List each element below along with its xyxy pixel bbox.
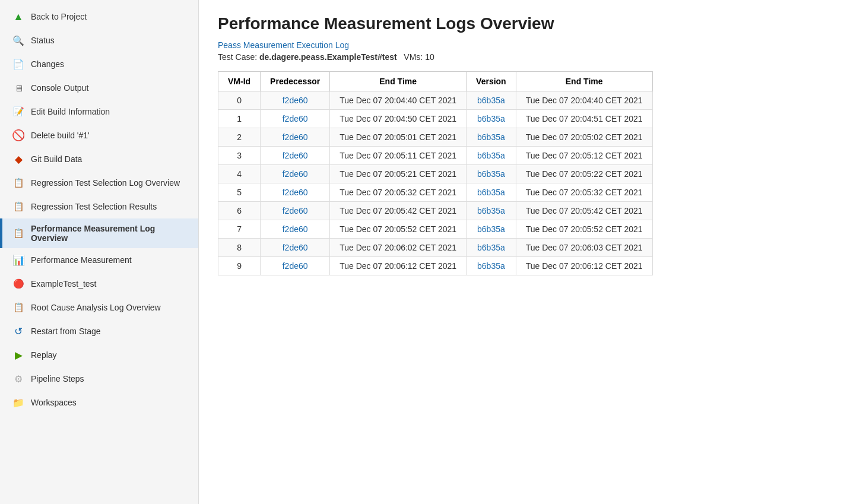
table-row: 7f2de60Tue Dec 07 20:05:52 CET 2021b6b35… xyxy=(218,220,653,239)
table-row: 1f2de60Tue Dec 07 20:04:50 CET 2021b6b35… xyxy=(218,110,653,128)
cell-vm-id: 9 xyxy=(218,257,261,275)
performance-measurement-log-overview-icon: 📋 xyxy=(12,227,25,240)
sidebar-item-back-to-project[interactable]: ▲Back to Project xyxy=(0,5,198,28)
cell-pred-end-time: Tue Dec 07 20:05:52 CET 2021 xyxy=(330,220,467,239)
cell-ver-end-time: Tue Dec 07 20:06:12 CET 2021 xyxy=(516,257,652,275)
cell-vm-id: 3 xyxy=(218,147,261,165)
table-row: 8f2de60Tue Dec 07 20:06:02 CET 2021b6b35… xyxy=(218,239,653,257)
cell-pred-end-time: Tue Dec 07 20:06:02 CET 2021 xyxy=(330,239,467,257)
page-title: Performance Measurement Logs Overview xyxy=(218,14,825,33)
status-icon: 🔍 xyxy=(12,34,25,47)
restart-from-stage-icon: ↺ xyxy=(12,325,25,338)
sidebar-item-example-test-test[interactable]: 🔴ExampleTest_test xyxy=(0,272,198,296)
cell-version[interactable]: b6b35a xyxy=(467,110,516,128)
col-version: Version xyxy=(467,72,516,91)
cell-pred-end-time: Tue Dec 07 20:04:50 CET 2021 xyxy=(330,110,467,128)
table-row: 2f2de60Tue Dec 07 20:05:01 CET 2021b6b35… xyxy=(218,128,653,147)
col-vm-id: VM-Id xyxy=(218,72,261,91)
cell-vm-id: 1 xyxy=(218,110,261,128)
sidebar-item-status[interactable]: 🔍Status xyxy=(0,28,198,52)
table-row: 0f2de60Tue Dec 07 20:04:40 CET 2021b6b35… xyxy=(218,91,653,110)
sidebar-item-performance-measurement-log-overview[interactable]: 📋Performance Measurement Log Overview xyxy=(0,218,198,248)
sidebar-item-label-regression-test-selection-results: Regression Test Selection Results xyxy=(31,202,157,211)
cell-vm-id: 5 xyxy=(218,183,261,202)
test-case-info: Test Case: de.dagere.peass.ExampleTest#t… xyxy=(218,52,825,62)
sidebar-item-label-performance-measurement: Performance Measurement xyxy=(31,255,132,265)
vms-label: VMs: xyxy=(404,52,423,62)
cell-predecessor[interactable]: f2de60 xyxy=(261,257,330,275)
table-body: 0f2de60Tue Dec 07 20:04:40 CET 2021b6b35… xyxy=(218,91,653,275)
cell-predecessor[interactable]: f2de60 xyxy=(261,220,330,239)
back-to-project-icon: ▲ xyxy=(12,10,25,23)
sidebar-item-label-edit-build-information: Edit Build Information xyxy=(31,107,110,116)
cell-version[interactable]: b6b35a xyxy=(467,183,516,202)
main-content: Performance Measurement Logs Overview Pe… xyxy=(199,0,844,504)
root-cause-analysis-log-icon: 📋 xyxy=(12,301,25,314)
cell-predecessor[interactable]: f2de60 xyxy=(261,202,330,220)
cell-vm-id: 7 xyxy=(218,220,261,239)
sidebar-item-performance-measurement[interactable]: 📊Performance Measurement xyxy=(0,248,198,272)
cell-predecessor[interactable]: f2de60 xyxy=(261,165,330,183)
delete-build-icon: 🚫 xyxy=(12,129,25,142)
sidebar-item-label-workspaces: Workspaces xyxy=(31,398,77,407)
execution-log-link[interactable]: Peass Measurement Execution Log xyxy=(218,40,825,50)
sidebar-item-label-root-cause-analysis-log: Root Cause Analysis Log Overview xyxy=(31,303,161,312)
test-case-label: Test Case: xyxy=(218,52,257,62)
sidebar-item-label-regression-test-selection-log: Regression Test Selection Log Overview xyxy=(31,178,180,188)
regression-test-selection-log-icon: 📋 xyxy=(12,176,25,189)
changes-icon: 📄 xyxy=(12,58,25,71)
regression-test-selection-results-icon: 📋 xyxy=(12,200,25,213)
cell-pred-end-time: Tue Dec 07 20:05:42 CET 2021 xyxy=(330,202,467,220)
sidebar-item-label-replay: Replay xyxy=(31,350,57,360)
table-row: 3f2de60Tue Dec 07 20:05:11 CET 2021b6b35… xyxy=(218,147,653,165)
cell-version[interactable]: b6b35a xyxy=(467,239,516,257)
table-row: 5f2de60Tue Dec 07 20:05:32 CET 2021b6b35… xyxy=(218,183,653,202)
sidebar-item-pipeline-steps[interactable]: ⚙Pipeline Steps xyxy=(0,367,198,391)
cell-predecessor[interactable]: f2de60 xyxy=(261,128,330,147)
cell-version[interactable]: b6b35a xyxy=(467,128,516,147)
cell-version[interactable]: b6b35a xyxy=(467,220,516,239)
col-predecessor: Predecessor xyxy=(261,72,330,91)
cell-predecessor[interactable]: f2de60 xyxy=(261,183,330,202)
cell-ver-end-time: Tue Dec 07 20:04:40 CET 2021 xyxy=(516,91,652,110)
sidebar-item-console-output[interactable]: 🖥Console Output xyxy=(0,76,198,100)
sidebar-item-delete-build[interactable]: 🚫Delete build '#1' xyxy=(0,123,198,147)
cell-pred-end-time: Tue Dec 07 20:04:40 CET 2021 xyxy=(330,91,467,110)
sidebar-item-root-cause-analysis-log[interactable]: 📋Root Cause Analysis Log Overview xyxy=(0,296,198,319)
table-row: 9f2de60Tue Dec 07 20:06:12 CET 2021b6b35… xyxy=(218,257,653,275)
sidebar-item-label-pipeline-steps: Pipeline Steps xyxy=(31,374,84,383)
sidebar-item-edit-build-information[interactable]: 📝Edit Build Information xyxy=(0,100,198,123)
cell-version[interactable]: b6b35a xyxy=(467,165,516,183)
pipeline-steps-icon: ⚙ xyxy=(12,372,25,385)
sidebar-item-changes[interactable]: 📄Changes xyxy=(0,52,198,76)
table-header-row: VM-Id Predecessor End Time Version End T… xyxy=(218,72,653,91)
cell-vm-id: 6 xyxy=(218,202,261,220)
vms-value: 10 xyxy=(425,52,434,62)
cell-ver-end-time: Tue Dec 07 20:05:22 CET 2021 xyxy=(516,165,652,183)
cell-predecessor[interactable]: f2de60 xyxy=(261,91,330,110)
sidebar-item-regression-test-selection-log[interactable]: 📋Regression Test Selection Log Overview xyxy=(0,171,198,195)
edit-build-information-icon: 📝 xyxy=(12,105,25,118)
cell-predecessor[interactable]: f2de60 xyxy=(261,110,330,128)
sidebar-item-restart-from-stage[interactable]: ↺Restart from Stage xyxy=(0,319,198,343)
cell-version[interactable]: b6b35a xyxy=(467,257,516,275)
cell-version[interactable]: b6b35a xyxy=(467,91,516,110)
sidebar-item-replay[interactable]: ▶Replay xyxy=(0,343,198,367)
cell-predecessor[interactable]: f2de60 xyxy=(261,239,330,257)
cell-predecessor[interactable]: f2de60 xyxy=(261,147,330,165)
table-row: 6f2de60Tue Dec 07 20:05:42 CET 2021b6b35… xyxy=(218,202,653,220)
sidebar-item-label-performance-measurement-log-overview: Performance Measurement Log Overview xyxy=(31,224,189,243)
sidebar-item-git-build-data[interactable]: ◆Git Build Data xyxy=(0,147,198,171)
sidebar-item-regression-test-selection-results[interactable]: 📋Regression Test Selection Results xyxy=(0,195,198,218)
console-output-icon: 🖥 xyxy=(12,81,25,94)
cell-version[interactable]: b6b35a xyxy=(467,202,516,220)
cell-vm-id: 2 xyxy=(218,128,261,147)
cell-ver-end-time: Tue Dec 07 20:05:42 CET 2021 xyxy=(516,202,652,220)
cell-ver-end-time: Tue Dec 07 20:06:03 CET 2021 xyxy=(516,239,652,257)
sidebar-item-workspaces[interactable]: 📁Workspaces xyxy=(0,391,198,414)
sidebar-item-label-example-test-test: ExampleTest_test xyxy=(31,279,97,289)
table-row: 4f2de60Tue Dec 07 20:05:21 CET 2021b6b35… xyxy=(218,165,653,183)
sidebar-item-label-git-build-data: Git Build Data xyxy=(31,154,82,164)
cell-version[interactable]: b6b35a xyxy=(467,147,516,165)
cell-pred-end-time: Tue Dec 07 20:05:32 CET 2021 xyxy=(330,183,467,202)
